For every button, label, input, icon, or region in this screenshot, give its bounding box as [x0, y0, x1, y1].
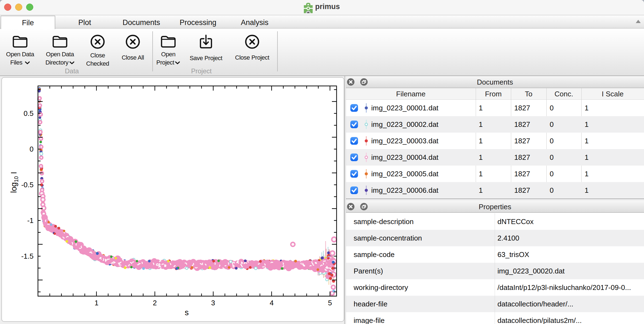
svg-text:1: 1: [95, 299, 98, 307]
svg-text:0: 0: [30, 145, 34, 153]
svg-text:-1.5: -1.5: [21, 252, 34, 260]
svg-text:log10 I: log10 I: [9, 172, 19, 193]
svg-text:3: 3: [211, 299, 215, 307]
svg-text:-0.5: -0.5: [21, 181, 34, 189]
svg-text:2: 2: [153, 299, 157, 307]
svg-text:4: 4: [270, 299, 274, 307]
svg-text:-1: -1: [27, 216, 34, 225]
svg-text:5: 5: [328, 299, 332, 307]
svg-text:s: s: [185, 308, 189, 317]
svg-text:0.5: 0.5: [24, 109, 34, 118]
